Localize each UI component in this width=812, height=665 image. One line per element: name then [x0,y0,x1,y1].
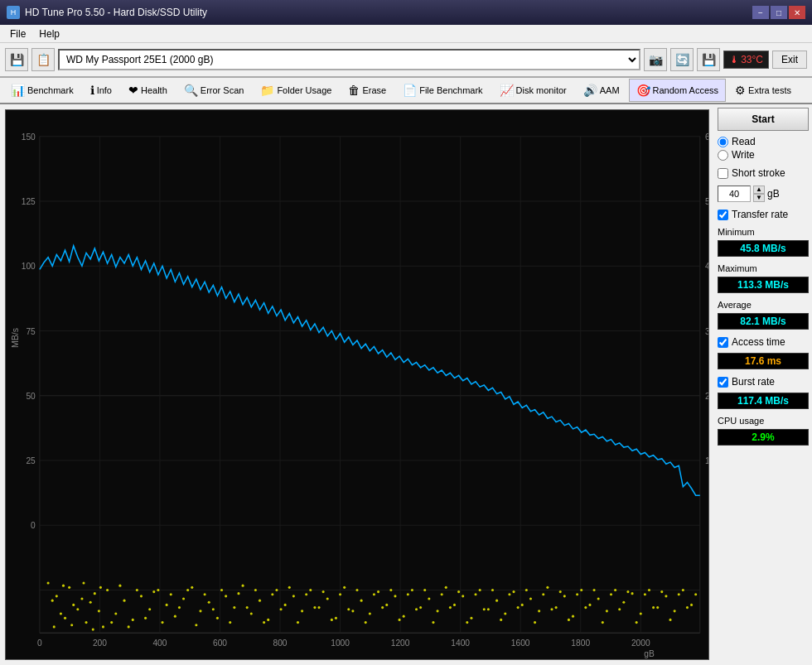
menu-file[interactable]: File [3,27,32,41]
tab-health[interactable]: ❤ Health [121,79,175,102]
tab-disk-monitor[interactable]: 📈 Disk monitor [492,79,574,102]
svg-point-84 [292,595,295,597]
spin-down-btn[interactable]: ▼ [753,194,765,202]
svg-point-66 [140,595,143,597]
svg-point-55 [76,608,79,610]
svg-text:1600: 1600 [511,638,530,648]
svg-point-75 [216,617,219,619]
svg-point-147 [186,589,189,591]
svg-point-85 [301,610,303,612]
svg-point-176 [432,621,434,624]
short-stroke-item[interactable]: Short stroke [718,167,809,179]
toolbar-camera-btn[interactable]: 📷 [644,48,667,71]
tab-info-label: Info [97,85,112,95]
access-time-checkbox[interactable] [718,337,728,348]
svg-point-78 [242,585,244,587]
read-radio[interactable] [718,137,728,147]
write-radio[interactable] [718,150,728,161]
tab-benchmark-label: Benchmark [27,85,74,95]
svg-point-202 [652,606,655,609]
svg-point-94 [377,590,379,593]
toolbar: 💾 📋 WD My Passport 25E1 (2000 gB) 📷 🔄 💾 … [0,43,812,78]
tab-extra-tests[interactable]: ⚙ Extra tests [727,79,799,102]
tab-benchmark[interactable]: 📊 Benchmark [3,79,81,102]
transfer-rate-checkbox[interactable] [718,210,728,220]
svg-point-159 [288,586,291,589]
svg-point-140 [128,625,130,628]
svg-point-61 [102,625,104,628]
svg-point-54 [72,604,75,606]
burst-rate-label: Burst rate [732,376,775,388]
svg-point-129 [674,610,676,612]
svg-point-145 [170,593,172,595]
svg-point-142 [144,617,147,619]
svg-point-171 [389,589,392,591]
stroke-input[interactable] [718,186,751,202]
svg-point-180 [466,621,468,624]
tab-aam[interactable]: 🔊 AAM [576,79,627,102]
info-icon: ℹ [90,84,94,97]
svg-point-156 [263,621,265,624]
svg-text:1800: 1800 [571,638,590,648]
svg-point-183 [491,589,494,591]
svg-point-76 [225,595,227,597]
spin-up-btn[interactable]: ▲ [753,186,765,194]
tab-folder-usage[interactable]: 📁 Folder Usage [253,79,339,102]
svg-text:0: 0 [37,638,42,648]
burst-rate-checkbox[interactable] [718,377,728,388]
svg-point-191 [559,590,562,593]
svg-point-198 [618,608,621,610]
svg-point-48 [47,581,50,584]
toolbar-btn-2[interactable]: 📋 [31,48,55,71]
svg-point-113 [538,610,540,612]
svg-point-124 [631,592,634,595]
burst-rate-item[interactable]: Burst rate [718,376,809,388]
svg-point-201 [644,593,646,595]
burst-rate-value: 117.4 MB/s [718,393,809,409]
svg-point-150 [212,608,215,610]
svg-point-181 [475,593,477,595]
tab-error-scan[interactable]: 🔍 Error Scan [176,79,252,102]
toolbar-refresh-btn[interactable]: 🔄 [670,48,694,71]
read-radio-item[interactable]: Read [718,136,809,147]
exit-button[interactable]: Exit [772,51,807,69]
tab-file-benchmark[interactable]: 📄 File Benchmark [395,79,490,102]
svg-point-177 [441,593,443,595]
svg-point-128 [665,595,667,597]
svg-point-59 [94,592,96,595]
minimize-button[interactable]: − [752,6,769,19]
svg-point-80 [259,600,261,602]
svg-point-101 [437,610,439,612]
svg-point-161 [305,593,307,595]
tab-erase[interactable]: 🗑 Erase [341,79,394,102]
svg-point-109 [504,612,506,614]
write-radio-item[interactable]: Write [718,149,809,161]
menu-help[interactable]: Help [32,27,66,41]
svg-point-99 [419,606,422,609]
access-time-item[interactable]: Access time [718,336,809,348]
stroke-spinners: ▲ ▼ [753,186,765,202]
maximum-value: 113.3 MB/s [718,277,809,293]
short-stroke-checkbox[interactable] [718,168,728,179]
svg-point-83 [284,604,287,606]
toolbar-save-btn[interactable]: 💾 [697,48,720,71]
drive-selector[interactable]: WD My Passport 25E1 (2000 gB) [58,49,640,70]
svg-point-194 [584,606,587,609]
svg-point-120 [597,597,600,600]
svg-point-92 [360,600,363,602]
svg-point-100 [428,597,430,600]
svg-point-81 [267,619,269,621]
close-button[interactable]: ✕ [789,6,805,19]
toolbar-btn-1[interactable]: 💾 [5,48,28,71]
svg-text:gB: gB [644,649,655,658]
svg-point-69 [166,604,168,606]
tab-random-access[interactable]: 🎯 Random Access [629,79,726,102]
start-button[interactable]: Start [718,108,809,131]
svg-point-105 [470,617,472,619]
transfer-rate-item[interactable]: Transfer rate [718,209,809,220]
svg-point-157 [271,593,273,595]
tab-info[interactable]: ℹ Info [83,79,119,102]
maximize-button[interactable]: □ [771,6,787,19]
svg-point-90 [343,586,346,589]
svg-point-193 [576,593,578,595]
